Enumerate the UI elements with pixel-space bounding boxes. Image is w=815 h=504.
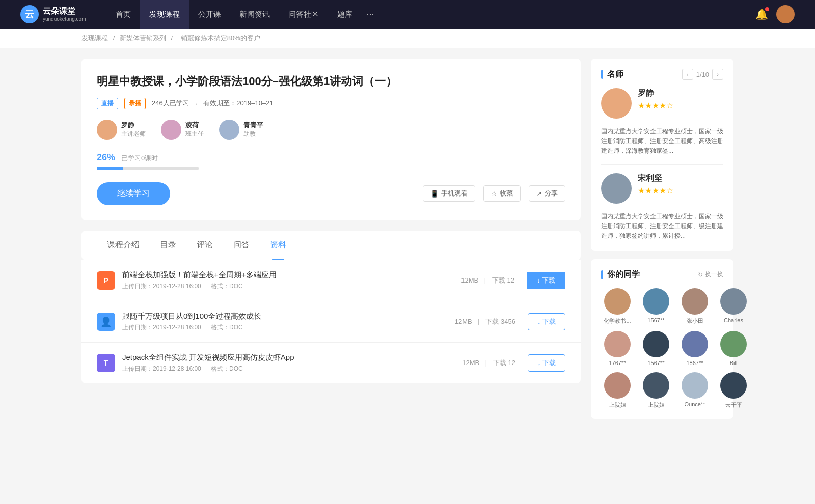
nav-home[interactable]: 首页 bbox=[106, 0, 140, 29]
file-stats-1: 12MB | 下载 3456 bbox=[453, 317, 518, 326]
user-avatar[interactable] bbox=[776, 5, 795, 23]
refresh-label: 换一换 bbox=[705, 270, 723, 279]
nav-news[interactable]: 新闻资讯 bbox=[230, 0, 279, 29]
student-0[interactable]: 化学教书... bbox=[601, 288, 634, 325]
course-card: 明星中教授课，小学阶段语法100分–强化级第1讲动词（一） 直播 录播 246人… bbox=[82, 59, 581, 220]
tab-materials[interactable]: 资料 bbox=[260, 231, 296, 260]
pag-next-button[interactable]: › bbox=[712, 69, 723, 80]
student-11[interactable]: 云干平 bbox=[717, 372, 750, 409]
file-size-1: 12MB bbox=[455, 318, 472, 325]
student-10[interactable]: Ounce** bbox=[678, 372, 711, 409]
student-8[interactable]: 上院姐 bbox=[601, 372, 634, 409]
student-avatar-4 bbox=[604, 331, 631, 357]
students-grid: 化学教书... 1567** 张小田 Charles 1767** bbox=[601, 288, 723, 409]
file-icon-1: 👤 bbox=[97, 313, 115, 331]
breadcrumb-sep1: / bbox=[113, 34, 117, 42]
file-info-2: Jetpack全组件实战 开发短视频应用高仿皮皮虾App 上传日期：2019-1… bbox=[122, 353, 460, 373]
teacher-item-2: 青青平 助教 bbox=[219, 120, 263, 140]
continue-button[interactable]: 继续学习 bbox=[97, 182, 170, 205]
student-5[interactable]: 1567** bbox=[640, 331, 672, 366]
main-container: 明星中教授课，小学阶段语法100分–强化级第1讲动词（一） 直播 录播 246人… bbox=[0, 48, 815, 503]
tab-review[interactable]: 评论 bbox=[186, 231, 223, 260]
breadcrumb-series[interactable]: 新媒体营销系列 bbox=[120, 34, 166, 42]
teacher-avatar-0 bbox=[97, 120, 117, 140]
validity-date: 有效期至：2019–10–21 bbox=[203, 99, 273, 108]
share-label: 分享 bbox=[545, 189, 558, 198]
share-icon: ↗ bbox=[536, 190, 542, 198]
student-6[interactable]: 1867** bbox=[678, 331, 711, 366]
badge-live: 直播 bbox=[97, 98, 118, 109]
file-item-1: 👤 跟随千万级项目从0到100全过程高效成长 上传日期：2019-12-28 1… bbox=[82, 301, 581, 343]
progress-bar-bg bbox=[97, 167, 199, 170]
breadcrumb-current: 销冠修炼术搞定80%的客户 bbox=[181, 34, 260, 42]
nav-qa[interactable]: 问答社区 bbox=[279, 0, 328, 29]
download-button-2[interactable]: ↓ 下载 bbox=[528, 354, 565, 372]
file-downloads-0: 下载 12 bbox=[492, 276, 514, 284]
file-meta-2: 上传日期：2019-12-28 16:00 格式：DOC bbox=[122, 365, 460, 373]
download-button-1[interactable]: ↓ 下载 bbox=[528, 313, 565, 330]
mobile-label: 手机观看 bbox=[441, 189, 468, 198]
notification-bell-button[interactable]: 🔔 bbox=[755, 8, 768, 20]
file-date-2: 上传日期：2019-12-28 16:00 bbox=[122, 365, 201, 372]
student-name-11: 云干平 bbox=[717, 401, 750, 409]
logo[interactable]: 云 云朵课堂 yunduoketang.com bbox=[20, 5, 86, 23]
student-name-10: Ounce** bbox=[678, 401, 711, 407]
student-avatar-5 bbox=[643, 331, 669, 357]
student-9[interactable]: 上院姐 bbox=[640, 372, 672, 409]
tab-catalog[interactable]: 目录 bbox=[150, 231, 186, 260]
stats-sep-1: | bbox=[478, 318, 481, 325]
file-icon-2: T bbox=[97, 354, 115, 372]
file-size-2: 12MB bbox=[462, 359, 479, 367]
download-button-0[interactable]: ↓ 下载 bbox=[527, 272, 565, 289]
dot-sep: · bbox=[196, 100, 198, 107]
teachers-title-row: 名师 ‹ 1/10 › bbox=[601, 69, 723, 80]
student-avatar-3 bbox=[720, 288, 747, 315]
refresh-icon: ↻ bbox=[698, 271, 703, 278]
sidebar-teacher-name-1: 宋利坚 bbox=[638, 173, 673, 184]
students-sidebar-card: 你的同学 ↻ 换一换 化学教书... 1567** 张小田 bbox=[591, 259, 734, 419]
teachers-list: 罗静 主讲老师 凌荷 班主任 青青平 助教 bbox=[97, 120, 565, 140]
right-sidebar: 名师 ‹ 1/10 › 罗静 ★★★★☆ 国内某重点大学安全工程专业硕士，国家一… bbox=[591, 59, 734, 493]
student-name-8: 上院姐 bbox=[601, 401, 634, 409]
student-name-9: 上院姐 bbox=[640, 401, 672, 409]
stats-sep-0: | bbox=[484, 276, 488, 284]
progress-studied: 已学习0课时 bbox=[121, 154, 158, 162]
collect-button[interactable]: ☆ 收藏 bbox=[483, 185, 521, 202]
file-meta-0: 上传日期：2019-12-28 16:00 格式：DOC bbox=[122, 282, 459, 291]
file-stats-2: 12MB | 下载 12 bbox=[460, 358, 518, 368]
badge-record: 录播 bbox=[124, 98, 146, 109]
student-name-1: 1567** bbox=[640, 317, 672, 323]
student-avatar-2 bbox=[682, 288, 708, 315]
student-avatar-8 bbox=[604, 372, 631, 399]
refresh-students-button[interactable]: ↻ 换一换 bbox=[698, 270, 723, 279]
pag-prev-button[interactable]: ‹ bbox=[682, 69, 693, 80]
tab-intro[interactable]: 课程介绍 bbox=[97, 231, 150, 260]
tabs: 课程介绍 目录 评论 问答 资料 bbox=[97, 231, 565, 260]
nav-quiz[interactable]: 题库 bbox=[328, 0, 362, 29]
student-3[interactable]: Charles bbox=[717, 288, 750, 325]
student-avatar-6 bbox=[682, 331, 708, 357]
breadcrumb-discover[interactable]: 发现课程 bbox=[82, 34, 108, 42]
student-1[interactable]: 1567** bbox=[640, 288, 672, 325]
mobile-watch-button[interactable]: 📱 手机观看 bbox=[423, 185, 475, 202]
tab-qa[interactable]: 问答 bbox=[223, 231, 260, 260]
nav-more[interactable]: ··· bbox=[362, 9, 379, 20]
breadcrumb: 发现课程 / 新媒体营销系列 / 销冠修炼术搞定80%的客户 bbox=[0, 29, 815, 48]
nav-discover[interactable]: 发现课程 bbox=[140, 0, 189, 29]
nav-open[interactable]: 公开课 bbox=[189, 0, 230, 29]
student-avatar-9 bbox=[643, 372, 669, 399]
sidebar-teacher-name-0: 罗静 bbox=[638, 88, 673, 99]
notification-dot bbox=[765, 7, 769, 11]
file-date-1: 上传日期：2019-12-28 16:00 bbox=[122, 324, 201, 331]
pag-current: 1/10 bbox=[696, 71, 709, 78]
student-name-6: 1867** bbox=[678, 360, 711, 366]
student-2[interactable]: 张小田 bbox=[678, 288, 711, 325]
student-4[interactable]: 1767** bbox=[601, 331, 634, 366]
share-button[interactable]: ↗ 分享 bbox=[529, 185, 565, 202]
teacher-item-0: 罗静 主讲老师 bbox=[97, 120, 146, 140]
student-7[interactable]: Bill bbox=[717, 331, 750, 366]
tabs-card: 课程介绍 目录 评论 问答 资料 bbox=[82, 231, 581, 260]
breadcrumb-sep2: / bbox=[171, 34, 174, 42]
learners-count: 246人已学习 bbox=[152, 99, 189, 108]
teacher-name-2: 青青平 bbox=[243, 121, 263, 130]
